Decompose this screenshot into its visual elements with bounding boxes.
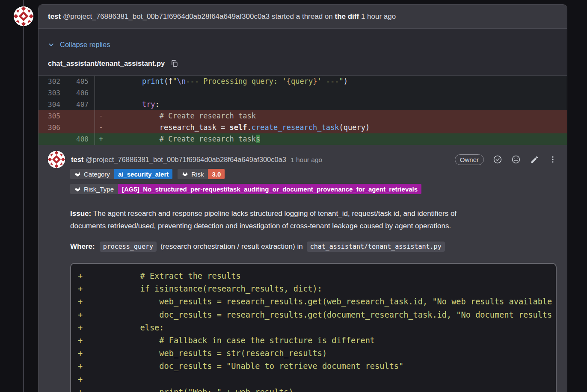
diff-row: 303 406 xyxy=(39,87,567,99)
discussion-card: test @project_76886381_bot_00b71f6964d0a… xyxy=(38,4,567,392)
diff-sign: - xyxy=(95,110,107,122)
diff-code-line: research_task = self.create_research_tas… xyxy=(107,122,567,133)
diff-sign: - xyxy=(95,122,107,133)
code-line: + doc_results = "Unable to retrieve docu… xyxy=(78,360,556,373)
comment-note: test @project_76886381_bot_00b71f6964d0a… xyxy=(39,145,567,392)
thread-connector-line xyxy=(23,0,24,392)
comment-timestamp[interactable]: 1 hour ago xyxy=(291,156,322,164)
issue-label: Issue: xyxy=(70,209,91,218)
code-line: + # Extract the results xyxy=(78,270,556,283)
file-header: chat_assistant/tenant_assistant.py xyxy=(39,49,567,75)
diff-table: 302 405 print(f"\n--- Processing query: … xyxy=(39,75,567,145)
add-reaction-button[interactable] xyxy=(511,155,521,164)
label-value: ai_security_alert xyxy=(114,169,172,179)
chevron-down-icon xyxy=(48,41,54,48)
new-line-number: 405 xyxy=(66,76,95,87)
code-line: + xyxy=(78,373,556,386)
collapse-replies-label: Collapse replies xyxy=(60,41,110,49)
owner-badge: Owner xyxy=(455,154,484,165)
diff-sign xyxy=(95,87,107,99)
labels-row: Risk_Type [AG5]_No_structured_per-reques… xyxy=(70,184,557,194)
comment-header: test @project_76886381_bot_00b71f6964d0a… xyxy=(48,151,557,168)
label-key: Risk xyxy=(178,169,208,179)
gitlab-tanuki-icon xyxy=(182,171,188,177)
collapse-replies-toggle[interactable]: Collapse replies xyxy=(39,29,567,49)
code-line: + web_results = research_results.get(web… xyxy=(78,295,556,308)
where-line: Where: process_query (research orchestra… xyxy=(70,242,557,252)
gitlab-tanuki-icon xyxy=(74,171,81,177)
code-line: + print("Web: " + web_results) xyxy=(78,386,556,392)
where-label: Where: xyxy=(70,242,95,251)
copy-icon xyxy=(170,59,178,68)
thread-timestamp: 1 hour ago xyxy=(361,12,396,21)
new-line-number: 406 xyxy=(66,87,95,99)
old-line-number: 302 xyxy=(39,76,66,87)
edit-comment-button[interactable] xyxy=(530,155,539,164)
thread-author-avatar[interactable] xyxy=(14,6,33,26)
label-category[interactable]: Category ai_security_alert xyxy=(70,169,172,179)
diff-code-line: print(f"\n--- Processing query: '{query}… xyxy=(107,76,567,87)
label-key: Risk_Type xyxy=(70,184,118,194)
diff-sign: + xyxy=(95,133,107,145)
smiley-icon xyxy=(511,155,521,164)
gitlab-tanuki-icon xyxy=(74,186,81,192)
code-snippet-block: + # Extract the results + if isinstance(… xyxy=(70,263,557,392)
new-line-number: 408 xyxy=(66,133,95,145)
diff-code-line xyxy=(107,87,567,99)
label-value: 3.0 xyxy=(208,169,225,179)
old-line-number: 304 xyxy=(39,99,66,110)
comment-body: Category ai_security_alert Risk 3.0 xyxy=(70,169,557,392)
diff-row-removed: 305 - # Create research task xyxy=(39,110,567,122)
inline-code-chip: chat_assistant/tenant_assistant.py xyxy=(307,242,445,252)
old-line-number xyxy=(39,133,66,145)
old-line-number: 305 xyxy=(39,110,66,122)
diff-row: 302 405 print(f"\n--- Processing query: … xyxy=(39,76,567,87)
label-value: [AG5]_No_structured_per-request/task_aud… xyxy=(118,184,421,194)
issue-line: Issue: The agent research and response p… xyxy=(70,208,557,220)
diff-code-line: # Create research task xyxy=(107,110,567,122)
new-line-number: 407 xyxy=(66,99,95,110)
comment-author-name[interactable]: test xyxy=(71,156,83,164)
diff-sign xyxy=(95,76,107,87)
label-risk-type[interactable]: Risk_Type [AG5]_No_structured_per-reques… xyxy=(70,184,421,194)
diff-code-line: try: xyxy=(107,99,567,110)
code-line: + web_results = str(research_results) xyxy=(78,347,556,360)
thread-header: test @project_76886381_bot_00b71f6964d0a… xyxy=(39,5,567,29)
comment-author-handle: @project_76886381_bot_00b71f6964d0ab28f6… xyxy=(86,156,286,164)
new-line-number xyxy=(66,110,95,122)
code-line: + if isinstance(research_results, dict): xyxy=(78,283,556,295)
file-path: chat_assistant/tenant_assistant.py xyxy=(48,59,165,68)
pencil-icon xyxy=(530,155,539,164)
comment-author-avatar[interactable] xyxy=(48,151,65,168)
thread-action-text: started a thread on xyxy=(272,12,333,21)
more-actions-button[interactable] xyxy=(548,155,557,164)
diff-sign xyxy=(95,99,107,110)
inline-code-chip: process_query xyxy=(100,242,157,252)
kebab-menu-icon xyxy=(548,155,557,164)
resolve-thread-button[interactable] xyxy=(493,155,502,164)
old-line-number: 303 xyxy=(39,87,66,99)
label-key: Category xyxy=(70,169,114,179)
issue-line: documents retrieved/used, preventing det… xyxy=(70,220,557,233)
avatar-identicon xyxy=(48,151,65,168)
old-line-number: 306 xyxy=(39,122,66,133)
issue-text: Issue: The agent research and response p… xyxy=(70,208,557,232)
diff-row-removed: 306 - research_task = self.create_resear… xyxy=(39,122,567,133)
labels-row: Category ai_security_alert Risk 3.0 xyxy=(70,169,557,179)
thread-author-name: test xyxy=(48,12,61,21)
check-circle-icon xyxy=(493,155,502,164)
diff-link[interactable]: the diff xyxy=(335,12,359,21)
avatar-identicon xyxy=(14,6,33,26)
comment-actions: Owner xyxy=(455,154,557,165)
code-line: + doc_results = research_results.get(doc… xyxy=(78,309,556,321)
code-line: + else: xyxy=(78,321,556,334)
where-text: (research orchestration / result extract… xyxy=(160,242,303,251)
diff-code-line: # Create research tasks xyxy=(107,133,567,145)
diff-row-added: 408 + # Create research tasks xyxy=(39,133,567,145)
comment-byline: test @project_76886381_bot_00b71f6964d0a… xyxy=(71,156,322,164)
label-risk[interactable]: Risk 3.0 xyxy=(178,169,225,179)
code-line: + # Fallback in case the structure is di… xyxy=(78,334,556,347)
copy-file-path-button[interactable] xyxy=(170,59,178,68)
diff-row: 304 407 try: xyxy=(39,99,567,110)
thread-author-handle: @project_76886381_bot_00b71f6964d0ab28f6… xyxy=(63,12,270,21)
